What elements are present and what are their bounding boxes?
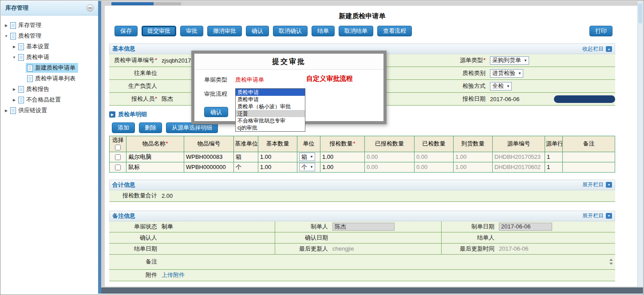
- sidebar-item[interactable]: 质检申请单列表: [1, 73, 98, 84]
- item-name-cell: 戴尔电脑: [126, 152, 184, 162]
- remarks-bar: 备注信息 展开栏目 ▾: [109, 211, 615, 221]
- flow-option[interactable]: cj的审批: [236, 124, 305, 131]
- scrollbar-track[interactable]: [638, 1, 643, 287]
- sidebar-item-label: 质检申请: [26, 53, 49, 61]
- dropdown-select[interactable]: 采购到货单▼: [490, 56, 529, 65]
- flow-option[interactable]: 不合格审批胡总专审: [236, 117, 305, 124]
- upload-attachment-link[interactable]: 上传附件: [162, 271, 185, 279]
- print-button[interactable]: 打印: [589, 26, 612, 36]
- base-unit-cell: 箱: [234, 152, 258, 162]
- sidebar-item-label: 不合格品处置: [26, 96, 61, 104]
- chevron-right-icon[interactable]: ▶: [4, 109, 9, 113]
- toolbar-button[interactable]: 审批: [180, 26, 203, 36]
- confirm-button[interactable]: 确认: [204, 107, 228, 117]
- sidebar-item[interactable]: ▼质检管理: [1, 31, 98, 41]
- qty-cell[interactable]: 1.00: [320, 152, 365, 162]
- sidebar-item[interactable]: ▼质检申请: [1, 52, 98, 63]
- row-checkbox[interactable]: [115, 154, 121, 160]
- sidebar-item-body[interactable]: 供应链设置: [9, 106, 50, 115]
- sidebar-item-body[interactable]: 不合格品处置: [17, 95, 63, 105]
- row-checkbox[interactable]: [115, 165, 121, 170]
- sidebar-item-body[interactable]: 质检申请: [17, 52, 52, 62]
- reported-qty-cell: 0.00: [365, 152, 415, 162]
- chevron-right-icon[interactable]: ▶: [12, 98, 17, 102]
- base-qty-cell: 1.00: [258, 162, 297, 172]
- dropdown-select[interactable]: 进货检验▼: [490, 69, 523, 78]
- sidebar-splitter[interactable]: [98, 1, 101, 294]
- sidebar-item-label: 质检报告: [26, 85, 49, 93]
- loading-bar-blue: [111, 2, 154, 5]
- column-header: 备注: [563, 136, 615, 152]
- field-cell: chengjie: [331, 244, 442, 254]
- flow-option[interactable]: 质检申请: [236, 96, 305, 103]
- toolbar-button[interactable]: 查看流程: [377, 26, 412, 36]
- chevron-right-icon[interactable]: ▶: [12, 45, 17, 49]
- detail-button[interactable]: 删除: [139, 122, 162, 133]
- remark-cell: [563, 162, 615, 172]
- sidebar-item-body[interactable]: 质检管理: [9, 31, 44, 41]
- collapse-sidebar-button[interactable]: [87, 4, 94, 12]
- unit-cell: 箱▼: [297, 152, 320, 162]
- sidebar-item-body[interactable]: 新建质检申请单: [26, 63, 78, 73]
- sidebar-item[interactable]: 新建质检申请单: [1, 63, 98, 73]
- sidebar-item-body[interactable]: 基本设置: [17, 42, 52, 51]
- field-value: 2017-06-06: [499, 245, 529, 252]
- toolbar-button[interactable]: 提交审批: [142, 26, 176, 36]
- column-header: 已检数量: [415, 136, 454, 152]
- sidebar-item-body[interactable]: 质检报告: [17, 84, 52, 94]
- dropdown-select[interactable]: 全检▼: [490, 82, 512, 90]
- sidebar-item[interactable]: ▶供应链设置: [1, 105, 98, 116]
- custom-flow-text: 自定义审批流程: [306, 75, 353, 83]
- flow-option[interactable]: 质检单（杨小波）审批: [236, 103, 305, 110]
- toolbar-button[interactable]: 保存: [115, 26, 138, 36]
- remark-cell: [563, 152, 615, 162]
- cell: [110, 162, 126, 172]
- chevron-down-icon[interactable]: ▼: [12, 55, 17, 59]
- sidebar-item[interactable]: ▶库存管理: [1, 20, 98, 31]
- collapse-section-link[interactable]: 收起栏目 ▴: [582, 45, 615, 53]
- dropdown-select[interactable]: 个▼: [299, 163, 315, 171]
- flow-option[interactable]: 质检申请: [236, 89, 305, 96]
- detail-button[interactable]: 添加: [112, 122, 135, 133]
- column-header: 到货数量: [454, 136, 493, 152]
- expand-section-link[interactable]: 展开栏目 ▾: [582, 212, 615, 220]
- dropdown-select[interactable]: 箱▼: [299, 153, 315, 161]
- toolbar-button[interactable]: 结单: [312, 26, 335, 36]
- doc-type-label: 单据类型: [204, 76, 227, 84]
- remark-textarea[interactable]: [160, 255, 615, 269]
- field-label: 往来单位: [109, 69, 160, 77]
- sidebar-tree: ▶库存管理▼质检管理▶基本设置▼质检申请新建质检申请单质检申请单列表▶质检报告▶…: [1, 16, 98, 116]
- chevron-down-icon[interactable]: ▼: [4, 34, 9, 38]
- chevron-down-icon: ▼: [310, 165, 313, 169]
- chevron-right-icon[interactable]: ▶: [4, 24, 9, 28]
- sidebar-header: 库存管理: [1, 1, 98, 16]
- content-panel: 新建质检申请单 保存提交审批审批撤消审批确认取消确认结单取消结单查看流程 打印 …: [105, 6, 637, 287]
- document-icon: [10, 107, 16, 114]
- document-icon: [10, 33, 16, 39]
- document-icon: [10, 22, 16, 29]
- document-icon: [18, 54, 24, 61]
- toolbar-button[interactable]: 撤消审批: [207, 26, 242, 36]
- select-all-checkbox[interactable]: [115, 145, 121, 150]
- qty-cell[interactable]: 1.00: [320, 162, 365, 172]
- sidebar-item[interactable]: ▶质检报告: [1, 84, 98, 94]
- toolbar-button[interactable]: 取消确认: [273, 26, 308, 36]
- chevron-down-icon: ▼: [506, 84, 510, 88]
- spinner-arrows-icon[interactable]: [609, 259, 613, 265]
- chevron-right-icon[interactable]: ▶: [12, 87, 17, 91]
- sidebar-item-body[interactable]: 质检申请单列表: [26, 74, 78, 83]
- sidebar-item[interactable]: ▶基本设置: [1, 41, 98, 52]
- toolbar: 保存提交审批审批撤消审批确认取消确认结单取消结单查看流程 打印: [109, 26, 615, 36]
- expand-section-link[interactable]: 展开栏目 ▾: [582, 181, 615, 189]
- item-code-cell: WPBH000083: [184, 152, 234, 162]
- flow-option[interactable]: 泛普: [236, 110, 305, 117]
- sidebar-item[interactable]: ▶不合格品处置: [1, 94, 98, 105]
- column-header: 源单行号: [545, 136, 563, 152]
- sidebar-item-label: 新建质检申请单: [35, 64, 75, 72]
- source-line-cell: 1: [545, 152, 563, 162]
- scrollbar-thumb[interactable]: [638, 3, 642, 24]
- sidebar-item-body[interactable]: 库存管理: [9, 20, 44, 30]
- toolbar-button[interactable]: 取消结单: [339, 26, 373, 36]
- source-no-cell: DHDBH20170602: [493, 162, 545, 172]
- toolbar-button[interactable]: 确认: [246, 26, 269, 36]
